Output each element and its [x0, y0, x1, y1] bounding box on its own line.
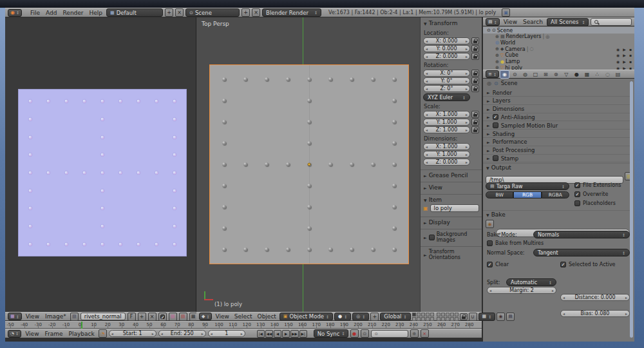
margin-slider[interactable]: Margin: 2	[487, 287, 556, 294]
jump-to-start-button[interactable]: |◀	[257, 330, 265, 338]
layer-cell[interactable]	[446, 317, 450, 321]
layer-cell[interactable]	[412, 317, 416, 321]
layer-cell[interactable]	[417, 313, 421, 316]
output-format-select[interactable]: ▤Targa Raw↕	[486, 182, 569, 190]
color-mode-rgba[interactable]: RGBA	[542, 191, 569, 198]
mode-select[interactable]: ▣Object Mode↕	[279, 313, 333, 321]
grease-pencil-panel-header[interactable]: ►Grease Pencil	[421, 169, 482, 179]
layer-cell[interactable]	[426, 317, 430, 321]
prev-keyframe-button[interactable]: ◀◀	[265, 330, 273, 338]
tab-render-layers[interactable]: ▤	[613, 70, 623, 79]
tab-render[interactable]: ◉	[500, 70, 509, 79]
placeholders-checkbox[interactable]	[574, 200, 580, 206]
scale-z-field[interactable]: Z: 1.000	[423, 126, 470, 133]
uv-image-editor-viewport[interactable]	[5, 17, 196, 312]
lock-to-scene-icon[interactable]	[460, 313, 468, 320]
scale-x-lock-icon[interactable]	[471, 111, 479, 118]
snap-toggle[interactable]: ∪	[469, 313, 477, 321]
render-panel-header[interactable]: ►Render	[483, 89, 633, 97]
transform-orientations-panel-header[interactable]: ►Transform Orientations	[421, 246, 482, 260]
view3d-menu-select[interactable]: Select	[232, 313, 254, 320]
color-mode-rgb[interactable]: RGB	[513, 191, 541, 198]
uv-menu-image[interactable]: Image*	[43, 313, 68, 320]
stamp-panel-header[interactable]: ►Stamp	[483, 155, 633, 162]
manipulator-toggle[interactable]: +	[370, 313, 379, 321]
normal-space-select[interactable]: Tangent↕	[533, 249, 630, 256]
outliner-menu-view[interactable]: View	[502, 19, 519, 25]
scene-select[interactable]: ⊙Scene	[185, 8, 240, 17]
dimensions-x-field[interactable]: X: 1.000	[423, 143, 470, 150]
overwrite-option[interactable]: ✓Overwrite	[574, 191, 608, 197]
performance-panel-header[interactable]: ►Performance	[483, 139, 633, 146]
mask-mode-icon-button[interactable]: ▧	[179, 313, 187, 321]
outliner-editor-type-button[interactable]: ▤↕	[486, 18, 500, 26]
menu-help[interactable]: Help	[88, 10, 105, 16]
auto-keyframe-toggle[interactable]: ●	[350, 329, 359, 338]
frame-end-field[interactable]: End: 250	[158, 330, 206, 337]
fake-user-button[interactable]: F	[128, 313, 136, 321]
tab-texture[interactable]: ▦	[582, 70, 592, 79]
tab-constraints[interactable]: ⊞	[541, 70, 551, 79]
layers-grid-1[interactable]	[412, 313, 434, 321]
cursor-icon[interactable]: ▶	[623, 53, 626, 57]
sampled-motion-blur-checkbox[interactable]	[493, 122, 498, 128]
layer-cell[interactable]	[450, 313, 454, 316]
color-mode-bw[interactable]: BW	[486, 191, 513, 198]
clear-checkbox[interactable]: ✓	[487, 262, 493, 267]
timeline-menu-view[interactable]: View	[23, 331, 41, 337]
rotation-y-lock-icon[interactable]	[471, 77, 479, 84]
next-keyframe-button[interactable]: ▶▶	[290, 330, 298, 338]
delete-scene-button[interactable]: ×	[252, 8, 260, 17]
orientation-select[interactable]: Global↕	[380, 313, 410, 321]
cursor-icon[interactable]: ▶	[623, 47, 626, 52]
scale-y-lock-icon[interactable]	[471, 119, 479, 126]
render-visibility-icon[interactable]: ▪	[629, 53, 632, 57]
unlink-image-button[interactable]: ×	[148, 313, 156, 321]
keying-icon-button[interactable]: ⊙	[361, 329, 369, 338]
location-x-lock-icon[interactable]	[471, 37, 479, 44]
overwrite-checkbox[interactable]: ✓	[574, 191, 580, 197]
normal-map-image[interactable]	[18, 89, 187, 256]
layer-cell[interactable]	[437, 313, 440, 316]
tab-particles[interactable]: ∴	[592, 70, 602, 79]
post-processing-panel-header[interactable]: ►Post Processing	[483, 147, 633, 155]
properties-scrollbar[interactable]	[630, 81, 633, 338]
render-opengl-anim-button[interactable]: ▤	[506, 313, 515, 321]
layer-cell[interactable]	[412, 313, 416, 316]
item-name-field[interactable]: lo poly	[430, 204, 479, 212]
menu-add[interactable]: Add	[44, 10, 59, 16]
view3d-menu-view[interactable]: View	[213, 313, 231, 320]
shading-select[interactable]: ●↕	[334, 313, 351, 321]
delete-keyframe-button[interactable]: ×	[421, 329, 429, 338]
outliner-search-input[interactable]	[591, 18, 632, 26]
insert-keyframe-button[interactable]: ⊕	[410, 329, 419, 338]
eye-icon[interactable]: ◉	[616, 47, 620, 52]
timeline-menu-frame[interactable]: Frame	[43, 331, 65, 337]
scale-x-field[interactable]: X: 1.000	[423, 111, 470, 118]
expander-icon[interactable]: ⊕	[495, 65, 499, 70]
baked-plane-object[interactable]	[209, 64, 409, 264]
item-panel-header[interactable]: ▼Item	[421, 194, 482, 203]
layers-panel-header[interactable]: ►Layers	[483, 97, 633, 105]
layer-cell[interactable]	[441, 313, 445, 316]
timeline-menu-playback[interactable]: Playback	[67, 331, 97, 337]
play-reverse-button[interactable]: ◀	[274, 330, 281, 338]
render-visibility-icon[interactable]: ▪	[629, 47, 632, 52]
render-engine-select[interactable]: Blender Render↕	[262, 8, 321, 17]
location-y-lock-icon[interactable]	[471, 45, 479, 52]
dimensions-panel-header[interactable]: ►Dimensions	[483, 106, 633, 113]
layer-cell[interactable]	[421, 313, 425, 316]
add-screen-layout-button[interactable]: +	[165, 8, 173, 17]
update-auto-toggle[interactable]: ✓	[158, 313, 167, 321]
layer-cell[interactable]	[437, 317, 440, 321]
render-visibility-icon[interactable]: ▪	[629, 59, 632, 64]
transform-panel-header[interactable]: ▼Transform	[421, 20, 482, 26]
location-z-field[interactable]: Z: 0.000	[423, 53, 470, 60]
sampled-motion-blur-panel-header[interactable]: ►Sampled Motion Blur	[483, 122, 633, 130]
selected-to-active-option[interactable]: ✓Selected to Active	[560, 262, 616, 267]
expander-icon[interactable]: ⊕	[495, 53, 499, 58]
outliner-item-renderlayers[interactable]: ⊕▤RenderLayers|◎	[483, 34, 634, 40]
uv-menu-view[interactable]: View	[24, 313, 41, 320]
background-images-checkbox[interactable]	[429, 235, 435, 240]
layer-cell[interactable]	[417, 317, 421, 321]
